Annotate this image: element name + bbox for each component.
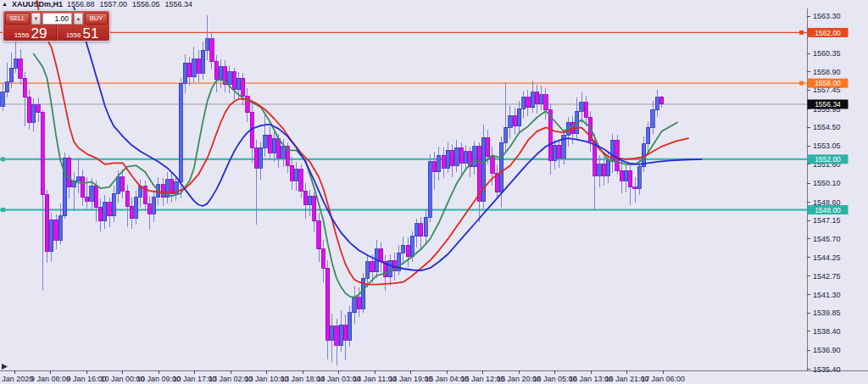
candle-bull	[14, 59, 18, 68]
y-tick-label: 1558.90	[813, 68, 841, 76]
volume-decrease-button[interactable]: ▼	[31, 13, 41, 25]
candle-bull	[455, 147, 459, 165]
candle-bull	[272, 139, 275, 153]
y-tick-label: 1550.10	[813, 179, 841, 187]
candle-bull	[281, 147, 285, 158]
candle-bear	[108, 203, 111, 216]
price-tag-text: 1548.00	[815, 206, 841, 214]
candle-bull	[63, 158, 66, 216]
y-tick-label: 1554.50	[813, 123, 841, 131]
candle-bear	[313, 196, 316, 221]
candle-bear	[45, 195, 48, 252]
volume-increase-button[interactable]: ▲	[74, 13, 83, 25]
candle-bear	[86, 198, 89, 201]
y-tick-label: 1563.30	[813, 12, 841, 20]
x-tick-label: 8 Jan 2020	[0, 375, 33, 383]
candle-bull	[76, 177, 80, 181]
candle-bull	[219, 67, 222, 80]
candle-bull	[428, 162, 431, 218]
x-tick-label: 17 Jan 06:00	[641, 375, 685, 383]
candle-bear	[584, 103, 587, 118]
y-tick-label: 1547.15	[813, 216, 841, 225]
candle-bear	[629, 170, 632, 186]
candle-bear	[81, 177, 84, 198]
candle-bull	[58, 216, 62, 240]
bid-price-small: 1556	[14, 31, 30, 41]
candle-bear	[659, 97, 663, 104]
candle-bear	[615, 140, 619, 170]
candle-bear	[370, 262, 374, 272]
volume-input[interactable]	[42, 13, 72, 25]
candle-bull	[1, 92, 4, 106]
high-value: 1557.00	[100, 0, 128, 8]
candle-bull	[580, 103, 583, 111]
price-tag-text: 1556.34	[815, 100, 841, 109]
ohlc-values: 1556.88 1557.00 1556.05 1556.34	[67, 0, 192, 8]
chart-title: ▲ XAUUSDm,H1 1556.88 1557.00 1556.05 155…	[2, 0, 192, 8]
candle-bull	[553, 145, 556, 160]
candle-bear	[98, 208, 102, 221]
candle-bull	[522, 97, 526, 109]
line-handle-1558.00[interactable]	[799, 81, 804, 86]
candle-bull	[228, 72, 231, 85]
candle-bull	[531, 92, 534, 108]
candle-bull	[473, 147, 476, 167]
candle-bull	[353, 298, 356, 313]
candle-bear	[27, 97, 31, 123]
buy-button[interactable]: BUY	[85, 13, 108, 25]
bid-price-display[interactable]: 1556 29	[5, 25, 57, 41]
candle-bull	[117, 177, 120, 193]
scroll-end-icon[interactable]	[2, 364, 8, 370]
candle-bull	[50, 220, 53, 251]
candle-bear	[420, 224, 423, 237]
candle-bull	[103, 203, 107, 221]
candle-bull	[598, 164, 601, 175]
candle-bear	[188, 63, 192, 76]
candle-bear	[242, 78, 245, 96]
candle-bull	[259, 147, 263, 168]
chart-active-marker-icon: ▲	[2, 1, 8, 8]
y-tick-label: 1538.40	[813, 327, 841, 336]
candle-bull	[437, 155, 441, 171]
candle-bull	[402, 245, 405, 253]
candle-bear	[197, 59, 200, 73]
one-click-trading-panel: SELL ▼ ▲ BUY 1556 29 1556 51	[3, 10, 110, 42]
y-tick-label: 1542.75	[813, 272, 841, 281]
candle-bear	[125, 191, 129, 206]
y-tick-label: 1539.85	[813, 309, 841, 317]
ask-price-display[interactable]: 1556 51	[57, 25, 108, 41]
candle-bull	[112, 193, 115, 216]
candle-bull	[655, 97, 659, 110]
sell-button[interactable]: SELL	[5, 13, 30, 25]
candle-bull	[183, 63, 186, 83]
candle-bull	[517, 109, 520, 126]
trade-controls-row: SELL ▼ ▲ BUY	[5, 13, 108, 25]
price-chart-canvas[interactable]: 1563.301561.851560.351558.901557.451555.…	[0, 0, 868, 384]
candle-bull	[446, 150, 449, 168]
line-handle-1552.00[interactable]	[1, 157, 5, 161]
candle-bull	[236, 78, 240, 89]
candle-bear	[406, 245, 409, 256]
candle-bear	[232, 72, 236, 90]
candle-bear	[254, 147, 258, 168]
candle-bear	[491, 157, 494, 173]
candle-bull	[410, 237, 414, 257]
candle-bull	[647, 127, 650, 143]
candle-bear	[357, 298, 360, 309]
candle-bull	[179, 83, 182, 182]
low-value: 1556.05	[132, 0, 160, 8]
y-tick-label: 1544.25	[813, 253, 841, 262]
line-handle-1548.00[interactable]	[1, 208, 5, 212]
line-handle-1562.00[interactable]	[799, 31, 804, 35]
candle-bear	[343, 325, 347, 340]
x-tick-label: 9 Jan 08:00	[31, 375, 70, 383]
candle-bull	[201, 50, 204, 73]
candle-bear	[487, 137, 490, 156]
candle-bear	[544, 95, 548, 110]
candle-bear	[290, 165, 293, 181]
candle-bear	[68, 158, 71, 186]
candle-bear	[41, 113, 44, 195]
candle-bear	[54, 220, 58, 240]
triangle-down-icon: ▼	[34, 16, 39, 21]
candle-bull	[606, 160, 609, 175]
